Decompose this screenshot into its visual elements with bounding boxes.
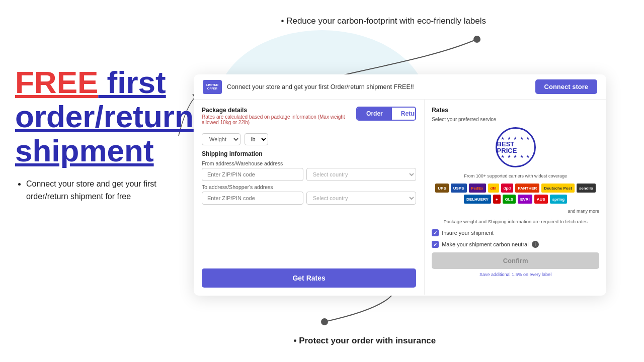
aus-logo: AUS [534,195,548,204]
rates-title: Rates [432,107,599,114]
insure-row: ✓ Insure your shipment [432,229,599,236]
sendilo-logo: sendilo [577,184,596,193]
from-country-select[interactable]: Select country [306,168,416,181]
bottom-bullet-text: Protect your order with insurance [299,336,436,345]
package-header-row: Package details Rates are calculated bas… [202,107,416,128]
connect-store-button[interactable]: Connect store [535,79,597,94]
to-address-label: To address/Shopper's address [202,184,416,190]
package-details-subtitle: Rates are calculated based on package in… [202,114,356,125]
to-address-row: Select country [202,192,416,205]
svg-point-0 [473,36,480,43]
left-bullet-item: Connect your store and get your first or… [26,177,186,203]
package-details-info: Package details Rates are calculated bas… [202,107,356,128]
carbon-info-icon[interactable]: i [532,241,539,248]
deutsche-logo: Deutsche Post [541,184,575,193]
app-body: Package details Rates are calculated bas… [194,100,606,295]
carbon-check-icon: ✓ [433,242,437,247]
order-return-text: order/return [15,100,186,134]
ups-logo: UPS [435,184,448,193]
left-bullet-list: Connect your store and get your first or… [15,177,186,203]
shipping-info-title: Shipping information [202,150,416,157]
bottom-bullet: • Protect your order with insurance [293,336,436,346]
to-country-select[interactable]: Select country [306,192,416,205]
carbon-label: Make your shipment carbon neutral [442,241,528,247]
best-price-badge: ★ ★ ★ ★ ★ BEST PRICE ★ ★ ★ ★ ★ [496,127,536,167]
app-header-left: LIMITEDOFFER Connect your store and get … [203,80,414,94]
top-bullet-text: Reduce your carbon-footprint with eco-fr… [286,16,486,26]
carriers-text: From 100+ supported carriers with widest… [432,173,599,178]
tab-order[interactable]: Order [357,108,392,120]
best-price-stars-bottom: ★ ★ ★ ★ ★ [501,154,530,159]
carrier-logos: UPS USPS FedEx dhl dpd PANTHER Deutsche … [432,184,599,204]
usps-logo: USPS [451,184,467,193]
hero-headline: FREE first order/return shipment [15,65,186,168]
shipping-section: Shipping information From address/Wareho… [202,150,416,205]
app-header: LIMITEDOFFER Connect your store and get … [194,74,606,100]
tab-return[interactable]: Return [392,108,416,120]
dhl-logo: dhl [488,184,499,193]
rates-subtitle: Select your preferred service [432,117,599,122]
carbon-row: ✓ Make your shipment carbon neutral i [432,241,599,248]
evri-logo: EVRI [518,195,532,204]
get-rates-button[interactable]: Get Rates [202,268,416,288]
dpd-logo: dpd [501,184,514,193]
app-right-pane: Rates Select your preferred service ★ ★ … [425,100,606,295]
carbon-checkbox[interactable]: ✓ [432,241,439,248]
app-header-text: Connect your store and get your first Or… [227,83,414,90]
insure-label: Insure your shipment [442,230,494,236]
red-carrier-logo: ● [493,195,501,204]
order-return-tabs: Order Return [356,107,416,121]
first-text: first [98,65,166,100]
top-bullet: • Reduce your carbon-footprint with eco-… [281,16,486,26]
to-zip-input[interactable] [202,192,303,205]
confirm-button: Confirm [432,252,599,269]
left-panel: FREE first order/return shipment Connect… [15,65,186,203]
weight-select[interactable]: Weight [202,133,240,145]
spring-logo: spring [550,195,567,204]
from-zip-input[interactable] [202,168,303,181]
left-bullet-item-text: Connect your store and get your first or… [26,179,156,201]
insure-check-icon: ✓ [433,230,437,236]
delhuery-logo: DELHUERY [464,195,491,204]
best-price-text: BEST PRICE [497,141,534,154]
package-details-title: Package details [202,107,356,114]
from-address-row: Select country [202,168,416,181]
weight-row: Weight lb [202,133,416,145]
svg-point-2 [321,318,328,325]
insure-checkbox[interactable]: ✓ [432,229,439,236]
and-many-text: and many more [432,209,599,214]
unit-select[interactable]: lb [245,133,268,145]
save-text: Save additional 1.5% on every label [432,272,599,277]
gls-logo: GLS [503,195,516,204]
weight-note: Package weight and Shipping information … [432,219,599,224]
from-address-label: From address/Warehouse address [202,160,416,166]
panther-logo: PANTHER [515,184,539,193]
app-window: LIMITEDOFFER Connect your store and get … [194,74,606,296]
app-left-pane: Package details Rates are calculated bas… [194,100,425,295]
fedex-logo: FedEx [469,184,486,193]
app-logo: LIMITEDOFFER [203,80,222,94]
shipment-text: shipment [15,134,186,168]
free-text: FREE [15,65,98,100]
